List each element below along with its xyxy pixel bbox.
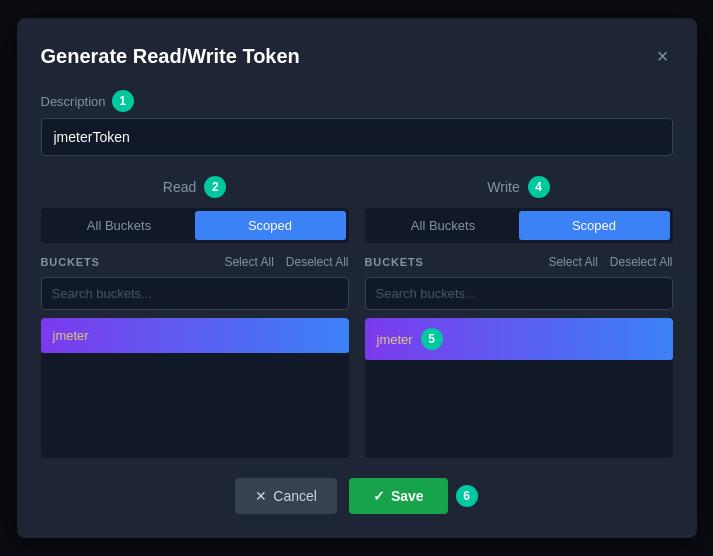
write-bucket-item-jmeter[interactable]: jmeter 5 xyxy=(365,318,673,360)
cancel-label: Cancel xyxy=(273,488,317,504)
save-button[interactable]: ✓ Save xyxy=(349,478,448,514)
read-buckets-header: BUCKETS Select All Deselect All xyxy=(41,255,349,269)
write-tab-all[interactable]: All Buckets xyxy=(368,211,519,240)
write-select-all-button[interactable]: Select All xyxy=(548,255,597,269)
write-buckets-label: BUCKETS xyxy=(365,256,424,268)
save-check-icon: ✓ xyxy=(373,488,385,504)
step-4-badge: 4 xyxy=(528,176,550,198)
modal-footer: ✕ Cancel ✓ Save 6 xyxy=(41,478,673,514)
modal-title: Generate Read/Write Token xyxy=(41,45,300,68)
write-buckets-header: BUCKETS Select All Deselect All xyxy=(365,255,673,269)
close-button[interactable]: × xyxy=(653,42,673,70)
read-bucket-name: jmeter xyxy=(53,328,89,343)
read-column: Read 2 All Buckets Scoped BUCKETS Select… xyxy=(41,176,349,458)
description-label: Description 1 xyxy=(41,90,673,112)
write-header-actions: Select All Deselect All xyxy=(548,255,672,269)
write-search-input[interactable] xyxy=(365,277,673,310)
modal-header: Generate Read/Write Token × xyxy=(41,42,673,70)
description-section: Description 1 xyxy=(41,90,673,176)
write-bucket-list: jmeter 5 xyxy=(365,318,673,458)
read-search-input[interactable] xyxy=(41,277,349,310)
write-title-row: Write 4 xyxy=(365,176,673,198)
cancel-button[interactable]: ✕ Cancel xyxy=(235,478,337,514)
modal-container: Generate Read/Write Token × Description … xyxy=(17,18,697,538)
step-2-badge: 2 xyxy=(204,176,226,198)
read-select-all-button[interactable]: Select All xyxy=(224,255,273,269)
read-tab-scoped[interactable]: Scoped xyxy=(195,211,346,240)
read-title-row: Read 2 xyxy=(41,176,349,198)
write-column: Write 4 All Buckets Scoped BUCKETS Selec… xyxy=(365,176,673,458)
description-input[interactable] xyxy=(41,118,673,156)
read-buckets-label: BUCKETS xyxy=(41,256,100,268)
modal-overlay: Generate Read/Write Token × Description … xyxy=(0,0,713,556)
columns: Read 2 All Buckets Scoped BUCKETS Select… xyxy=(41,176,673,458)
write-tab-row: All Buckets Scoped xyxy=(365,208,673,243)
save-label: Save xyxy=(391,488,424,504)
read-header-actions: Select All Deselect All xyxy=(224,255,348,269)
step-6-badge: 6 xyxy=(456,485,478,507)
read-bucket-list: jmeter xyxy=(41,318,349,458)
save-badge-row: ✓ Save 6 xyxy=(349,478,478,514)
cancel-x-icon: ✕ xyxy=(255,488,267,504)
title-text: Generate Read/Write Token xyxy=(41,45,300,68)
read-bucket-item-jmeter[interactable]: jmeter xyxy=(41,318,349,353)
step-5-badge: 5 xyxy=(421,328,443,350)
read-deselect-all-button[interactable]: Deselect All xyxy=(286,255,349,269)
write-bucket-name: jmeter xyxy=(377,332,413,347)
read-title: Read xyxy=(163,179,196,195)
write-deselect-all-button[interactable]: Deselect All xyxy=(610,255,673,269)
read-tab-row: All Buckets Scoped xyxy=(41,208,349,243)
write-tab-scoped[interactable]: Scoped xyxy=(519,211,670,240)
read-tab-all[interactable]: All Buckets xyxy=(44,211,195,240)
close-icon: × xyxy=(657,45,669,67)
write-title: Write xyxy=(487,179,519,195)
step-1-badge: 1 xyxy=(112,90,134,112)
